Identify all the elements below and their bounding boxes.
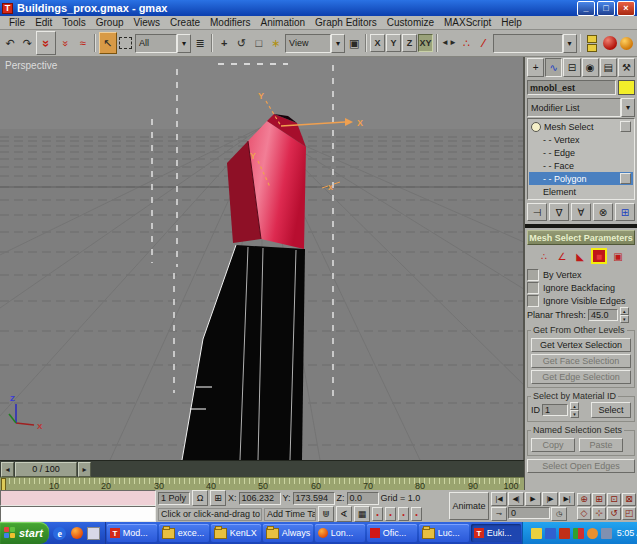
planar-threshold-spinner[interactable]: ▴ ▾ [620, 307, 629, 323]
face-subobject-icon[interactable]: ◣ [573, 249, 587, 263]
snap-option-icon[interactable]: • [372, 507, 383, 521]
rotate-icon[interactable]: ↺ [233, 33, 249, 53]
pan-icon[interactable]: ⊹ [592, 507, 606, 520]
bulb-icon[interactable] [531, 122, 541, 132]
snap-option-icon[interactable]: • [411, 507, 422, 521]
taskbar-task-gmax-active[interactable]: T Euki... [471, 524, 521, 542]
select-by-name-icon[interactable]: ≣ [192, 33, 208, 53]
close-button[interactable]: × [617, 1, 635, 16]
taskbar-task-firefox[interactable]: Lon... [315, 524, 365, 542]
selection-filter-dropdown[interactable]: All ▾ [135, 35, 191, 52]
macro-recorder-line[interactable] [0, 490, 156, 506]
restrict-y-button[interactable]: Y [386, 34, 401, 52]
arc-rotate-icon[interactable]: ↺ [607, 507, 621, 520]
element-subobject-icon[interactable]: ▣ [611, 249, 625, 263]
chevron-down-icon[interactable]: ▾ [563, 34, 577, 53]
snap-toggle-icon[interactable]: ⋓ [318, 506, 334, 522]
y-coord-field[interactable]: 173.594 [293, 492, 335, 505]
manipulate-icon[interactable]: ∗ [268, 33, 284, 53]
copy-button[interactable]: Copy [531, 438, 575, 452]
zoom-extents-all-icon[interactable]: ⊠ [622, 493, 636, 506]
render-icon[interactable] [619, 33, 635, 53]
by-vertex-checkbox[interactable] [527, 269, 539, 281]
current-frame-field[interactable]: 0 [508, 507, 550, 519]
menu-animation[interactable]: Animation [256, 17, 310, 28]
key-mode-icon[interactable]: ⊸ [491, 507, 507, 521]
perspective-viewport[interactable]: Perspective [0, 57, 524, 460]
spinner-up-icon[interactable]: ▴ [570, 402, 579, 410]
taskbar-task-gmax-1[interactable]: T Mod... [107, 524, 157, 542]
next-frame-icon[interactable]: |▶ [542, 492, 558, 506]
add-time-tag[interactable]: Add Time Tag [264, 508, 316, 521]
ie-icon[interactable]: e [53, 526, 67, 540]
modifier-list-dropdown[interactable]: Modifier List ▾ [527, 98, 635, 115]
viewport-canvas[interactable]: Y Y X x X Z [0, 57, 524, 460]
chevron-down-icon[interactable]: ▾ [331, 34, 345, 53]
pivot-center-icon[interactable]: ▣ [346, 33, 362, 53]
restore-button[interactable]: □ [597, 1, 615, 16]
remove-modifier-icon[interactable]: ⊗ [593, 203, 613, 221]
undo-icon[interactable]: ↶ [2, 33, 18, 53]
snap-pencil-icon[interactable]: ⁄ [475, 33, 491, 53]
tray-icon-1[interactable] [531, 528, 542, 539]
paste-button[interactable]: Paste [579, 438, 623, 452]
field-of-view-icon[interactable]: ◇ [577, 507, 591, 520]
restrict-xy-button[interactable]: XY [418, 34, 433, 52]
ignore-visible-edges-checkbox[interactable] [527, 295, 539, 307]
chevron-down-icon[interactable]: ▾ [621, 98, 635, 117]
zoom-icon[interactable]: ⊕ [577, 493, 591, 506]
tab-modify[interactable]: ∿ [545, 58, 562, 77]
spinner-down-icon[interactable]: ▾ [570, 410, 579, 418]
menu-customize[interactable]: Customize [382, 17, 439, 28]
play-icon[interactable]: ▶ [525, 492, 541, 506]
ref-coord-dropdown[interactable]: View ▾ [285, 35, 345, 52]
quick-app-icon[interactable] [87, 526, 101, 540]
redo-icon[interactable]: ↷ [19, 33, 35, 53]
ignore-backfacing-checkbox[interactable] [527, 282, 539, 294]
menu-modifiers[interactable]: Modifiers [205, 17, 256, 28]
align-icon[interactable]: ∴ [458, 33, 474, 53]
show-end-result-icon[interactable]: ∇ [549, 203, 569, 221]
modifier-toggle-box[interactable] [620, 173, 631, 184]
restrict-z-button[interactable]: Z [402, 34, 417, 52]
menu-graph-editors[interactable]: Graph Editors [310, 17, 382, 28]
vertex-subobject-icon[interactable]: ∴ [537, 249, 551, 263]
menu-file[interactable]: File [4, 17, 30, 28]
named-sets-dropdown[interactable]: ▾ [493, 35, 577, 52]
tray-icon-5[interactable] [587, 528, 598, 539]
taskbar-task-app[interactable]: Ofic... [367, 524, 417, 542]
selection-region-icon[interactable] [118, 33, 134, 53]
firefox-icon[interactable] [70, 526, 84, 540]
tab-hierarchy[interactable]: ⊟ [563, 58, 580, 77]
polygon-subobject-icon[interactable]: ■ [591, 248, 607, 264]
chevron-down-icon[interactable]: ▾ [177, 34, 191, 53]
min-max-toggle-icon[interactable]: ◰ [622, 507, 636, 520]
taskbar-task-folder-4[interactable]: Luc... [419, 524, 469, 542]
taskbar-task-folder-3[interactable]: Always [263, 524, 313, 542]
bind-spacewarp-icon[interactable]: ≈ [75, 33, 91, 53]
angle-snap-icon[interactable]: ∢ [336, 506, 352, 522]
trackbar-frame-marker[interactable] [1, 478, 6, 490]
taskbar-clock[interactable]: 5:05 AM [617, 528, 637, 538]
move-icon[interactable]: + [216, 33, 232, 53]
pin-stack-icon[interactable]: ⊣ [527, 203, 547, 221]
menu-group[interactable]: Group [91, 17, 129, 28]
make-unique-icon[interactable]: ∀ [571, 203, 591, 221]
get-face-selection-button[interactable]: Get Face Selection [531, 354, 631, 368]
select-and-link-icon[interactable]: » [36, 31, 56, 55]
x-coord-field[interactable]: 106.232 [239, 492, 281, 505]
percent-snap-icon[interactable]: ▦ [354, 506, 370, 522]
tray-icon-4[interactable] [573, 528, 584, 539]
selection-lock-icon[interactable]: Ω [192, 490, 208, 506]
tray-icon-2[interactable] [545, 528, 556, 539]
spinner-up-icon[interactable]: ▴ [620, 307, 629, 315]
tab-display[interactable]: ▤ [600, 58, 617, 77]
tab-utilities[interactable]: ⚒ [618, 58, 635, 77]
go-to-end-icon[interactable]: ▶| [559, 492, 575, 506]
menu-maxscript[interactable]: MAXScript [439, 17, 496, 28]
minimize-button[interactable]: _ [577, 1, 595, 16]
time-forward-icon[interactable]: ▸ [78, 462, 91, 477]
tray-icon-6[interactable] [601, 528, 612, 539]
schematic-view-icon[interactable] [584, 33, 600, 53]
mirror-icon[interactable]: ◄► [441, 33, 457, 53]
